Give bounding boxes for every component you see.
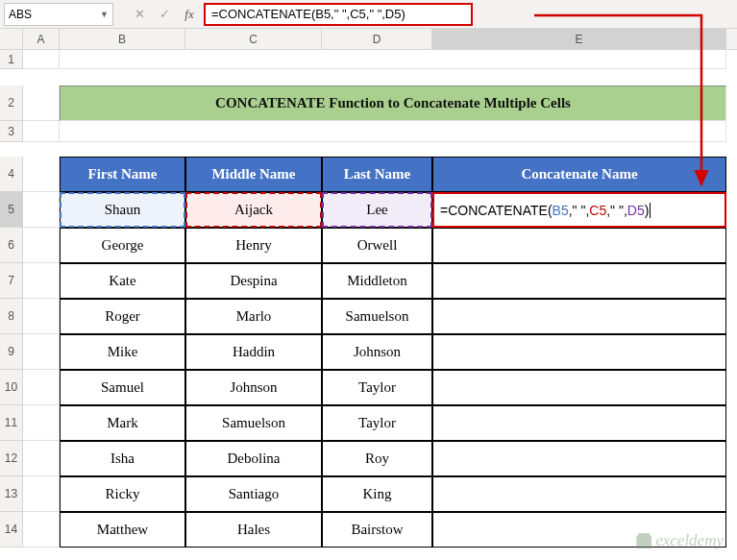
row-header-14[interactable]: 14	[0, 512, 23, 548]
cell-B11[interactable]: Mark	[60, 405, 185, 441]
cell-B13[interactable]: Ricky	[60, 476, 185, 512]
cell-D7[interactable]: Middleton	[322, 263, 432, 299]
fx-icon[interactable]: fx	[179, 4, 200, 25]
cell-C5[interactable]: Aijack	[185, 192, 322, 228]
cell-C10[interactable]: Johnson	[185, 370, 322, 405]
cell-D11[interactable]: Taylor	[322, 405, 432, 441]
cell-C11[interactable]: Samuelson	[185, 405, 322, 441]
cell-A8[interactable]	[23, 299, 60, 334]
row-header-8[interactable]: 8	[0, 299, 23, 334]
cell-D12[interactable]: Roy	[322, 441, 432, 476]
cell-A13[interactable]	[23, 476, 60, 512]
cell-D5[interactable]: Lee	[322, 192, 432, 228]
cell-C13[interactable]: Santiago	[185, 476, 322, 512]
chevron-down-icon[interactable]: ▼	[100, 10, 109, 19]
row-header-6[interactable]: 6	[0, 228, 23, 263]
cell-C9[interactable]: Haddin	[185, 334, 322, 370]
cell-E7[interactable]	[432, 263, 726, 299]
cancel-icon[interactable]: ✕	[129, 4, 150, 25]
cell-B10[interactable]: Samuel	[60, 370, 185, 405]
cell-B5[interactable]: Shaun	[60, 192, 185, 228]
header-last-name[interactable]: Last Name	[322, 157, 432, 192]
cell-B1-E1[interactable]	[60, 50, 726, 69]
row-header-1[interactable]: 1	[0, 50, 23, 69]
col-header-D[interactable]: D	[322, 29, 432, 49]
text-cursor	[650, 203, 651, 218]
row-header-3[interactable]: 3	[0, 121, 23, 142]
cell-B8[interactable]: Roger	[60, 299, 185, 334]
cell-A3[interactable]	[23, 121, 60, 142]
col-header-C[interactable]: C	[185, 29, 322, 49]
formula-bar-text: =CONCATENATE(B5," ",C5," ",D5)	[211, 7, 405, 21]
cell-E5-editing[interactable]: =CONCATENATE(B5," ",C5," ",D5)	[432, 192, 726, 228]
cell-C6[interactable]: Henry	[185, 228, 322, 263]
cell-B7[interactable]: Kate	[60, 263, 185, 299]
name-box-value: ABS	[9, 8, 32, 21]
row-header-7[interactable]: 7	[0, 263, 23, 299]
header-middle-name[interactable]: Middle Name	[185, 157, 322, 192]
cell-C12[interactable]: Debolina	[185, 441, 322, 476]
cell-D13[interactable]: King	[322, 476, 432, 512]
watermark: exceldemy	[636, 531, 724, 550]
col-header-E[interactable]: E	[432, 29, 726, 49]
cell-D9[interactable]: Johnson	[322, 334, 432, 370]
cell-E9[interactable]	[432, 334, 726, 370]
cell-D14[interactable]: Bairstow	[322, 512, 432, 548]
cell-B14[interactable]: Matthew	[60, 512, 185, 548]
row-header-4[interactable]: 4	[0, 157, 23, 192]
row-header-13[interactable]: 13	[0, 476, 23, 512]
cell-B12[interactable]: Isha	[60, 441, 185, 476]
row-header-10[interactable]: 10	[0, 370, 23, 405]
name-box[interactable]: ABS ▼	[4, 3, 113, 26]
row-header-5[interactable]: 5	[0, 192, 23, 228]
watermark-text: exceldemy	[655, 531, 724, 550]
column-headers: A B C D E	[0, 29, 737, 50]
cell-E8[interactable]	[432, 299, 726, 334]
cell-D6[interactable]: Orwell	[322, 228, 432, 263]
cell-B6[interactable]: George	[60, 228, 185, 263]
cell-A6[interactable]	[23, 228, 60, 263]
cell-A2[interactable]	[23, 85, 60, 121]
header-first-name[interactable]: First Name	[60, 157, 185, 192]
formula-bar-row: ABS ▼ ✕ ✓ fx =CONCATENATE(B5," ",C5," ",…	[0, 0, 737, 29]
cell-E13[interactable]	[432, 476, 726, 512]
cell-E10[interactable]	[432, 370, 726, 405]
col-header-A[interactable]: A	[23, 29, 60, 49]
cell-A10[interactable]	[23, 370, 60, 405]
col-header-B[interactable]: B	[60, 29, 185, 49]
cell-C8[interactable]: Marlo	[185, 299, 322, 334]
select-all-triangle[interactable]	[0, 29, 23, 49]
enter-icon[interactable]: ✓	[154, 4, 175, 25]
cell-A12[interactable]	[23, 441, 60, 476]
row-header-12[interactable]: 12	[0, 441, 23, 476]
header-concatenate-name[interactable]: Concatenate Name	[432, 157, 726, 192]
formula-bar[interactable]: =CONCATENATE(B5," ",C5," ",D5)	[204, 3, 473, 26]
cell-A11[interactable]	[23, 405, 60, 441]
cell-A14[interactable]	[23, 512, 60, 548]
cell-E12[interactable]	[432, 441, 726, 476]
cell-E11[interactable]	[432, 405, 726, 441]
cell-C7[interactable]: Despina	[185, 263, 322, 299]
cell-B9[interactable]: Mike	[60, 334, 185, 370]
title-cell[interactable]: CONCATENATE Function to Concatenate Mult…	[60, 85, 726, 121]
watermark-icon	[636, 533, 651, 548]
cell-C14[interactable]: Hales	[185, 512, 322, 548]
cell-A1[interactable]	[23, 50, 60, 69]
cell-A4[interactable]	[23, 157, 60, 192]
cell-B3-E3[interactable]	[60, 121, 726, 142]
cell-A5[interactable]	[23, 192, 60, 228]
cell-D8[interactable]: Samuelson	[322, 299, 432, 334]
row-header-2[interactable]: 2	[0, 85, 23, 121]
cell-E6[interactable]	[432, 228, 726, 263]
cell-A9[interactable]	[23, 334, 60, 370]
cell-A7[interactable]	[23, 263, 60, 299]
row-header-11[interactable]: 11	[0, 405, 23, 441]
row-header-9[interactable]: 9	[0, 334, 23, 370]
cell-D10[interactable]: Taylor	[322, 370, 432, 405]
worksheet-grid: 1 2 CONCATENATE Function to Concatenate …	[0, 50, 737, 548]
